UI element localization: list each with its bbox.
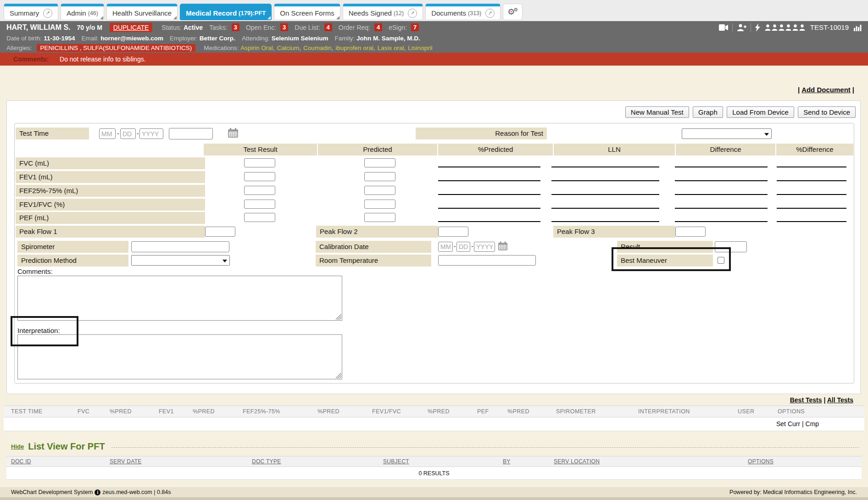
- graph-button[interactable]: Graph: [693, 106, 723, 118]
- tab-label: On Screen Forms: [280, 9, 334, 17]
- external-link-icon[interactable]: ↗: [408, 9, 417, 18]
- result-input[interactable]: [715, 241, 747, 252]
- patient-avatars-icon[interactable]: [765, 24, 805, 31]
- external-link-icon[interactable]: ↗: [43, 9, 52, 18]
- calibration-year-input[interactable]: [474, 242, 495, 252]
- test-result-input[interactable]: [244, 186, 275, 195]
- duplicate-badge[interactable]: DUPLICATE: [110, 23, 153, 32]
- calibration-day-input[interactable]: [456, 242, 470, 252]
- reason-for-test-select[interactable]: [682, 128, 772, 139]
- email-label: Email:: [82, 35, 99, 42]
- interpretation-textarea[interactable]: [17, 334, 342, 379]
- result-label: Result: [617, 241, 713, 253]
- footer-powered-by: Powered by: Medical Informatics Engineer…: [729, 489, 857, 495]
- column-header-doc-id[interactable]: DOC ID: [11, 458, 31, 465]
- divider: [111, 447, 859, 448]
- resize-grip[interactable]: [336, 314, 341, 320]
- test-time-day-input[interactable]: [120, 128, 136, 139]
- prediction-method-select[interactable]: [131, 255, 230, 266]
- comments-textarea[interactable]: [17, 276, 342, 321]
- external-link-icon[interactable]: ↗: [485, 9, 495, 18]
- medication-link[interactable]: Lisinopril: [408, 44, 432, 51]
- tab-admin[interactable]: Admin (46): [61, 4, 104, 20]
- due-list-count-badge[interactable]: 4: [324, 23, 332, 31]
- tab-health-surveillance[interactable]: Health Surveillance: [106, 4, 178, 20]
- patient-info-row: Date of birth: 11-30-1954 Email: horner@…: [0, 33, 868, 43]
- value-line: [438, 208, 540, 209]
- webchart-screen: Summary ↗ Admin (46) Health Surveillance…: [0, 0, 868, 500]
- test-time-month-input[interactable]: [99, 128, 116, 139]
- value-line: [675, 208, 768, 209]
- medication-link[interactable]: ibuprofen oral: [335, 44, 373, 51]
- order-req-count-badge[interactable]: 4: [374, 23, 382, 31]
- predicted-input[interactable]: [364, 172, 395, 181]
- column-header-by[interactable]: BY: [503, 458, 511, 465]
- open-enc-count-badge[interactable]: 3: [280, 23, 288, 31]
- interpretation-label: Interpretation:: [17, 327, 60, 334]
- test-result-input[interactable]: [244, 200, 275, 209]
- hide-link[interactable]: Hide: [11, 443, 24, 450]
- column-header-serv-location[interactable]: SERV LOCATION: [554, 458, 600, 465]
- calendar-icon[interactable]: [228, 128, 239, 138]
- esign-count-badge[interactable]: 7: [411, 23, 419, 31]
- tab-summary[interactable]: Summary ↗: [4, 4, 58, 20]
- medication-link[interactable]: Aspirin Oral: [240, 44, 273, 51]
- tab-on-screen-forms[interactable]: On Screen Forms: [274, 4, 340, 20]
- settings-gears-button[interactable]: ⚙⚙: [503, 4, 523, 20]
- value-line: [438, 167, 540, 167]
- peak-flow-3-input[interactable]: [675, 227, 706, 237]
- test-time-time-input[interactable]: [169, 128, 213, 139]
- room-temperature-input[interactable]: [438, 255, 536, 266]
- reason-for-test-label: Reason for Test: [416, 128, 547, 139]
- add-person-icon[interactable]: [737, 24, 746, 31]
- predicted-input[interactable]: [364, 200, 395, 209]
- tasks-count-badge[interactable]: 3: [232, 23, 239, 31]
- spirometer-input[interactable]: [131, 241, 229, 252]
- info-icon[interactable]: i: [95, 489, 100, 495]
- medication-link[interactable]: Coumadin: [303, 44, 332, 51]
- medication-link[interactable]: Lasix oral: [378, 44, 404, 51]
- calibration-month-input[interactable]: [438, 242, 453, 252]
- test-result-input[interactable]: [244, 172, 275, 181]
- lightning-icon[interactable]: [755, 23, 761, 32]
- add-document-link[interactable]: Add Document: [801, 86, 851, 94]
- predicted-input[interactable]: [364, 213, 395, 222]
- column-header-subject[interactable]: SUBJECT: [383, 458, 409, 465]
- best-maneuver-checkbox[interactable]: [718, 257, 724, 264]
- chart-bars-icon[interactable]: [854, 24, 862, 31]
- send-to-device-button[interactable]: Send to Device: [798, 106, 856, 118]
- column-header: USER: [738, 408, 754, 415]
- peak-flow-1-input[interactable]: [205, 227, 235, 237]
- predicted-input[interactable]: [364, 158, 395, 167]
- predicted-input[interactable]: [364, 186, 395, 195]
- calendar-icon[interactable]: [498, 241, 508, 251]
- value-line: [438, 194, 540, 195]
- value-line: [777, 194, 846, 195]
- new-manual-test-button[interactable]: New Manual Test: [625, 106, 689, 118]
- test-time-year-input[interactable]: [139, 128, 163, 139]
- set-curr-link[interactable]: Set Curr: [776, 420, 800, 428]
- tab-documents[interactable]: Documents (313) ↗: [425, 4, 501, 20]
- resize-grip[interactable]: [336, 373, 341, 378]
- tests-filter-links: Best Tests | All Tests: [790, 396, 853, 404]
- test-result-input[interactable]: [244, 158, 275, 167]
- cmp-link[interactable]: Cmp: [806, 420, 819, 428]
- pipe: |: [852, 86, 854, 94]
- tab-medical-record[interactable]: Medical Record (179):PFT: [180, 4, 272, 20]
- peak-flow-2-input[interactable]: [438, 227, 468, 237]
- medication-link[interactable]: Calcium: [277, 44, 299, 51]
- video-camera-icon[interactable]: [719, 24, 728, 31]
- all-tests-link[interactable]: All Tests: [827, 396, 853, 404]
- date-separator: -: [137, 130, 139, 137]
- load-from-device-button[interactable]: Load From Device: [727, 106, 794, 118]
- column-header-doc-type[interactable]: DOC TYPE: [252, 458, 281, 465]
- tab-needs-signed[interactable]: Needs Signed (12) ↗: [343, 4, 423, 20]
- best-tests-link[interactable]: Best Tests: [790, 396, 822, 404]
- separator: ,: [299, 44, 301, 51]
- column-header-serv-date[interactable]: SERV DATE: [110, 458, 142, 465]
- room-temperature-label: Room Temperature: [316, 255, 431, 267]
- separator: ,: [373, 44, 375, 51]
- allergies-badge[interactable]: PENICILLINS , SULFA(SULFONAMIDE ANTIBIOT…: [37, 44, 196, 52]
- test-result-input[interactable]: [244, 213, 275, 222]
- column-header-options[interactable]: OPTIONS: [748, 458, 773, 465]
